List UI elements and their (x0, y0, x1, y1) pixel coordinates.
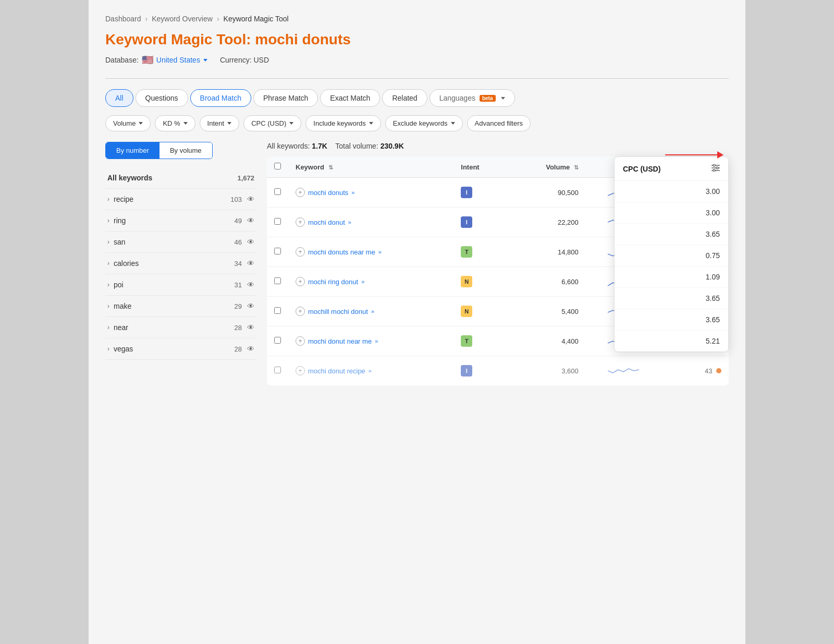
include-keywords-label: Include keywords (313, 119, 365, 127)
select-all-checkbox[interactable] (274, 163, 281, 169)
cpc-filter[interactable]: CPC (USD) (243, 115, 301, 131)
sidebar-item-count: 49 (235, 217, 242, 225)
filter-tabs: All Questions Broad Match Phrase Match E… (105, 89, 729, 107)
tab-broad-match[interactable]: Broad Match (190, 89, 251, 107)
by-number-button[interactable]: By number (106, 142, 160, 159)
expand-icon[interactable]: › (107, 238, 109, 246)
tab-all[interactable]: All (105, 89, 133, 107)
add-keyword-icon[interactable]: + (296, 247, 305, 257)
list-item[interactable]: › recipe 103 👁 (105, 189, 256, 210)
database-value[interactable]: United States (156, 56, 207, 64)
add-keyword-icon[interactable]: + (296, 336, 305, 346)
eye-icon[interactable]: 👁 (247, 259, 254, 268)
include-keywords-filter[interactable]: Include keywords (305, 115, 381, 131)
kd-filter[interactable]: KD % (155, 115, 195, 131)
row-checkbox-cell[interactable] (267, 208, 288, 237)
expand-icon[interactable]: › (107, 196, 109, 203)
keyword-link[interactable]: + mochill mochi donut » (296, 307, 446, 316)
expand-keyword-icon[interactable]: » (348, 219, 351, 225)
row-checkbox-cell[interactable] (267, 267, 288, 297)
row-checkbox-cell[interactable] (267, 178, 288, 208)
expand-icon[interactable]: › (107, 345, 109, 353)
intent-badge: I (461, 187, 472, 198)
database-selector[interactable]: Database: 🇺🇸 United States (105, 54, 207, 66)
tab-related[interactable]: Related (382, 89, 427, 107)
list-item[interactable]: › vegas 28 👁 (105, 338, 256, 360)
list-item[interactable]: › make 29 👁 (105, 296, 256, 317)
cpc-filter-icon[interactable] (712, 164, 720, 173)
keyword-link[interactable]: + mochi donuts » (296, 188, 446, 197)
keyword-link[interactable]: + mochi donut » (296, 217, 446, 227)
add-keyword-icon[interactable]: + (296, 277, 305, 286)
keyword-link[interactable]: + mochi ring donut » (296, 277, 446, 286)
eye-icon[interactable]: 👁 (247, 281, 254, 289)
add-keyword-icon[interactable]: + (296, 366, 305, 375)
volume-column-header[interactable]: Volume ⇅ (508, 156, 586, 178)
expand-keyword-icon[interactable]: » (369, 368, 372, 374)
tab-phrase-match[interactable]: Phrase Match (253, 89, 318, 107)
eye-icon[interactable]: 👁 (247, 216, 254, 225)
row-checkbox[interactable] (274, 277, 281, 284)
sidebar-all-keywords[interactable]: All keywords 1,672 (105, 167, 256, 189)
eye-icon[interactable]: 👁 (247, 302, 254, 310)
expand-icon[interactable]: › (107, 281, 109, 288)
row-checkbox-cell[interactable] (267, 326, 288, 356)
exclude-keywords-filter[interactable]: Exclude keywords (385, 115, 463, 131)
add-keyword-icon[interactable]: + (296, 307, 305, 316)
row-checkbox[interactable] (274, 218, 281, 225)
expand-keyword-icon[interactable]: » (351, 189, 354, 196)
sidebar-scroll[interactable]: All keywords 1,672 › recipe 103 (105, 167, 259, 360)
by-volume-button[interactable]: By volume (160, 142, 212, 159)
keyword-text: mochi donuts near me (308, 248, 375, 256)
eye-icon[interactable]: 👁 (247, 323, 254, 332)
tab-questions[interactable]: Questions (136, 89, 188, 107)
page-title: Keyword Magic Tool: mochi donuts (105, 31, 729, 48)
intent-filter[interactable]: Intent (200, 115, 240, 131)
list-item[interactable]: › san 46 👁 (105, 232, 256, 253)
keyword-link[interactable]: + mochi donut near me » (296, 336, 446, 346)
expand-icon[interactable]: › (107, 260, 109, 267)
kd-cell: 43 (661, 356, 729, 386)
tab-exact-match[interactable]: Exact Match (320, 89, 380, 107)
volume-filter[interactable]: Volume (105, 115, 151, 131)
row-checkbox[interactable] (274, 307, 281, 314)
breadcrumb-keyword-overview[interactable]: Keyword Overview (152, 15, 213, 23)
expand-icon[interactable]: › (107, 324, 109, 331)
row-checkbox[interactable] (274, 367, 281, 373)
expand-icon[interactable]: › (107, 302, 109, 310)
eye-icon[interactable]: 👁 (247, 345, 254, 353)
expand-keyword-icon[interactable]: » (361, 278, 364, 285)
sidebar-item-label: poi (114, 281, 124, 289)
volume-cell: 4,400 (508, 326, 586, 356)
list-item[interactable]: › near 28 👁 (105, 317, 256, 338)
eye-icon[interactable]: 👁 (247, 238, 254, 246)
list-item[interactable]: › ring 49 👁 (105, 210, 256, 232)
add-keyword-icon[interactable]: + (296, 188, 305, 197)
advanced-filter[interactable]: Advanced filters (467, 115, 531, 131)
breadcrumb-dashboard[interactable]: Dashboard (105, 15, 141, 23)
keyword-text: mochi ring donut (308, 278, 358, 286)
cpc-arrow-icon (289, 122, 293, 125)
row-checkbox-cell[interactable] (267, 237, 288, 267)
cpc-values-list: 3.00 3.00 3.65 0.75 1.09 3.65 3.65 5.21 (615, 181, 728, 351)
intent-cell: I (453, 208, 508, 237)
expand-keyword-icon[interactable]: » (371, 308, 374, 314)
row-checkbox-cell[interactable] (267, 297, 288, 326)
list-item[interactable]: › poi 31 👁 (105, 274, 256, 296)
keyword-link[interactable]: + mochi donut recipe » (296, 366, 446, 375)
row-checkbox-cell[interactable] (267, 356, 288, 386)
row-checkbox[interactable] (274, 337, 281, 344)
intent-badge: N (461, 276, 472, 287)
expand-icon[interactable]: › (107, 217, 109, 224)
volume-cell: 3,600 (508, 356, 586, 386)
keyword-link[interactable]: + mochi donuts near me » (296, 247, 446, 257)
list-item[interactable]: › calories 34 👁 (105, 253, 256, 274)
eye-icon[interactable]: 👁 (247, 195, 254, 203)
row-checkbox[interactable] (274, 188, 281, 195)
expand-keyword-icon[interactable]: » (375, 338, 378, 344)
expand-keyword-icon[interactable]: » (378, 249, 382, 255)
add-keyword-icon[interactable]: + (296, 217, 305, 227)
tab-languages[interactable]: Languages beta (430, 89, 515, 107)
row-checkbox[interactable] (274, 248, 281, 254)
keyword-column-header[interactable]: Keyword ⇅ (288, 156, 453, 178)
